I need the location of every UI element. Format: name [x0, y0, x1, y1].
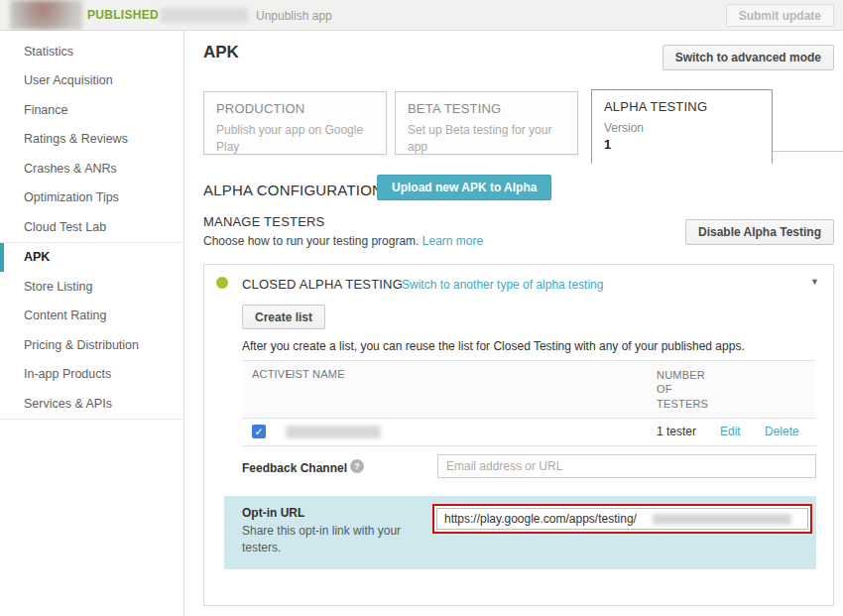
testers-count: 1 tester — [657, 425, 720, 440]
help-icon[interactable]: ? — [350, 459, 364, 473]
upload-new-apk-button[interactable]: Upload new APK to Alpha — [377, 175, 551, 200]
red-highlight-box — [432, 504, 812, 534]
testers-table: ACTIVE LIST NAME NUMBER OF TESTERS ✓ 1 t… — [242, 360, 816, 446]
sidebar-item-cloud-test-lab[interactable]: Cloud Test Lab — [0, 212, 183, 242]
feedback-channel-input[interactable] — [437, 454, 816, 478]
col-header-number-of-testers: NUMBER OF TESTERS — [657, 361, 720, 418]
closed-alpha-title: CLOSED ALPHA TESTING — [242, 277, 403, 292]
tab-alpha-version-label: Version — [604, 121, 760, 135]
chevron-down-icon[interactable]: ▼ — [810, 277, 819, 287]
optin-url-panel: Opt-in URL Share this opt-in link with y… — [224, 496, 816, 569]
sidebar-item-pricing-distribution[interactable]: Pricing & Distribution — [0, 330, 183, 360]
tab-production-label: PRODUCTION — [216, 101, 374, 116]
sidebar-item-services-apis[interactable]: Services & APIs — [0, 389, 183, 419]
submit-update-button[interactable]: Submit update — [726, 4, 834, 27]
tab-alpha-version-number: 1 — [604, 137, 760, 152]
switch-advanced-mode-button[interactable]: Switch to advanced mode — [662, 45, 834, 70]
table-header-row: ACTIVE LIST NAME NUMBER OF TESTERS — [242, 361, 816, 419]
sidebar: Statistics User Acquisition Finance Rati… — [0, 31, 184, 616]
active-checkbox[interactable]: ✓ — [252, 425, 266, 438]
col-header-active: ACTIVE — [242, 361, 286, 418]
tab-alpha-testing[interactable]: ALPHA TESTING Version 1 — [591, 89, 773, 164]
disable-alpha-testing-button[interactable]: Disable Alpha Testing — [685, 219, 834, 245]
closed-alpha-card: CLOSED ALPHA TESTING Switch to another t… — [203, 264, 834, 606]
play-console-screen: PUBLISHED Unpublish app Submit update St… — [0, 0, 843, 616]
tab-production[interactable]: PRODUCTION Publish your app on Google Pl… — [203, 91, 387, 155]
unpublish-app-button[interactable]: Unpublish app — [256, 9, 332, 23]
reuse-list-text: After you create a list, you can reuse t… — [242, 339, 745, 353]
switch-alpha-type-link[interactable]: Switch to another type of alpha testing — [402, 278, 603, 292]
sidebar-item-ratings-reviews[interactable]: Ratings & Reviews — [0, 125, 183, 155]
status-badge: PUBLISHED — [87, 8, 159, 22]
sidebar-item-optimization-tips[interactable]: Optimization Tips — [0, 184, 183, 213]
app-icon — [10, 0, 82, 30]
manage-testers-desc-text: Choose how to run your testing program. — [203, 234, 419, 248]
app-name-redacted — [161, 8, 248, 23]
delete-link[interactable]: Delete — [765, 425, 816, 438]
topbar: PUBLISHED Unpublish app Submit update — [0, 0, 843, 31]
table-row: ✓ 1 tester Edit Delete — [242, 419, 816, 445]
alpha-configuration-title: ALPHA CONFIGURATION — [203, 182, 383, 198]
tab-beta-desc: Set up Beta testing for your app — [408, 122, 565, 157]
list-name-redacted — [286, 426, 381, 438]
page-title: APK — [203, 43, 239, 62]
manage-testers-desc: Choose how to run your testing program. … — [203, 234, 483, 248]
tab-beta-testing[interactable]: BETA TESTING Set up Beta testing for you… — [395, 91, 578, 155]
optin-url-label: Opt-in URL — [242, 506, 304, 520]
sidebar-item-content-rating[interactable]: Content Rating — [0, 302, 183, 331]
sidebar-item-statistics[interactable]: Statistics — [0, 37, 183, 66]
sidebar-divider — [0, 419, 183, 420]
tab-beta-label: BETA TESTING — [408, 101, 565, 116]
col-header-list-name: LIST NAME — [286, 361, 657, 418]
sidebar-item-crashes-anrs[interactable]: Crashes & ANRs — [0, 154, 183, 184]
manage-testers-title: MANAGE TESTERS — [203, 214, 324, 229]
edit-link[interactable]: Edit — [720, 425, 765, 438]
sidebar-item-store-listing[interactable]: Store Listing — [0, 272, 183, 302]
sidebar-item-user-acquisition[interactable]: User Acquisition — [0, 66, 183, 96]
sidebar-item-apk[interactable]: APK — [0, 243, 183, 273]
create-list-button[interactable]: Create list — [242, 305, 325, 329]
optin-url-desc: Share this opt-in link with your testers… — [242, 523, 419, 557]
tab-alpha-label: ALPHA TESTING — [604, 99, 760, 114]
main-content: APK Switch to advanced mode PRODUCTION P… — [184, 31, 843, 616]
tab-baseline-rule — [773, 151, 843, 152]
optin-url-redacted — [653, 514, 791, 525]
active-status-dot-icon — [216, 277, 228, 289]
sidebar-item-finance[interactable]: Finance — [0, 95, 183, 125]
tab-production-desc: Publish your app on Google Play — [216, 122, 374, 157]
learn-more-link[interactable]: Learn more — [422, 234, 483, 248]
feedback-channel-label: Feedback Channel — [242, 461, 347, 475]
sidebar-item-in-app-products[interactable]: In-app Products — [0, 360, 183, 390]
